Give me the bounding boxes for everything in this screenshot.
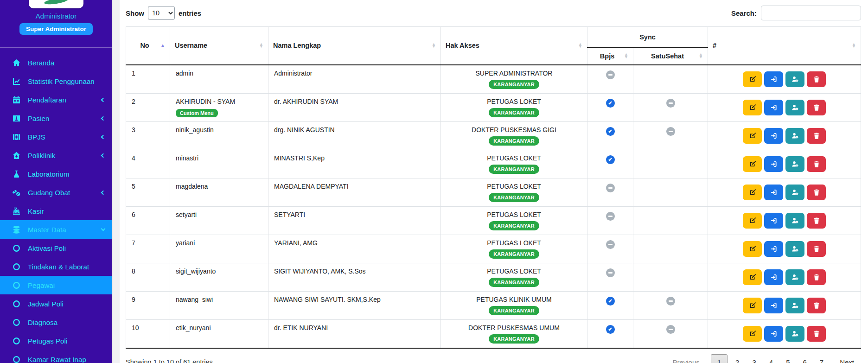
sidebar-item-pasien[interactable]: Pasien [0,109,112,127]
pagination-page-7[interactable]: 7 [813,354,830,363]
sidebar-item-bpjs[interactable]: BPJS [0,127,112,146]
pagination-page-6[interactable]: 6 [796,354,813,363]
trash-icon [813,189,820,196]
cell-hak-akses: PETUGAS LOKETKARANGANYAR [441,150,587,178]
user-access-button[interactable] [785,326,804,342]
bpjs-icon [12,133,21,141]
sidebar-profile: Administrator Super Administrator [0,0,112,48]
pagination-page-4[interactable]: 4 [763,354,779,363]
user-access-button[interactable] [785,71,804,87]
table-row: 4minastriMINASTRI S,KepPETUGAS LOKETKARA… [126,150,861,178]
sidebar-item-laboratorium[interactable]: Laboratorium [0,165,112,183]
login-as-button[interactable] [764,128,783,144]
col-header-satusehat[interactable]: SatuSehat▲▼ [633,48,708,65]
login-as-button[interactable] [764,326,783,342]
pagination-page-3[interactable]: 3 [746,354,762,363]
delete-button[interactable] [807,185,826,200]
sidebar-item-label: Kasir [28,207,44,215]
pills-icon [12,188,21,197]
delete-button[interactable] [807,241,826,257]
page-scrollbar[interactable] [112,0,120,363]
col-header-username[interactable]: Username▲▼ [170,27,268,65]
pagination-page-2[interactable]: 2 [729,354,746,363]
sidebar-item-beranda[interactable]: Beranda [0,53,112,72]
user-access-button[interactable] [785,185,804,200]
sidebar-item-gudang-obat[interactable]: Gudang Obat [0,183,112,202]
col-header-actions[interactable]: #▲▼ [708,27,861,65]
login-as-button[interactable] [764,241,783,257]
username-text: minastri [176,154,262,162]
delete-button[interactable] [807,71,826,87]
delete-button[interactable] [807,156,826,172]
login-as-button[interactable] [764,269,783,285]
sidebar-item-statistik-penggunaan[interactable]: Statistik Penggunaan [0,72,112,90]
pagination-page-5[interactable]: 5 [779,354,796,363]
user-access-button[interactable] [785,241,804,257]
chart-icon [12,77,21,86]
login-as-button[interactable] [764,71,783,87]
edit-button[interactable] [743,213,762,229]
sidebar-item-label: Kamar Rawat Inap [28,356,86,363]
user-access-button[interactable] [785,128,804,144]
delete-button[interactable] [807,128,826,144]
circle-icon [12,355,21,363]
delete-button[interactable] [807,213,826,229]
login-as-button[interactable] [764,213,783,229]
edit-button[interactable] [743,269,762,285]
col-header-nama-lengkap[interactable]: Nama Lengkap▲▼ [268,27,441,65]
cell-actions [708,263,861,291]
trash-icon [813,160,820,168]
search-input[interactable] [761,6,861,20]
sidebar-item-pendaftaran[interactable]: Pendaftaran [0,90,112,109]
sidebar-item-aktivasi-poli[interactable]: Aktivasi Poli [0,239,112,257]
sidebar-item-kasir[interactable]: Kasir [0,202,112,220]
sidebar-item-pegawai[interactable]: Pegawai [0,276,112,294]
user-access-button[interactable] [785,156,804,172]
pagination-previous[interactable]: Previous [666,354,709,363]
sidebar-item-label: Petugas Poli [28,337,67,345]
sidebar-item-tindakan-laborat[interactable]: Tindakan & Laborat [0,257,112,276]
sidebar-item-master-data[interactable]: Master Data [0,220,112,239]
edit-button[interactable] [743,241,762,257]
cash-register-icon [12,207,21,216]
user-access-button[interactable] [785,100,804,115]
cell-sync-satusehat [633,291,708,319]
sidebar-item-diagnosa[interactable]: Diagnosa [0,313,112,331]
id-card-icon [12,114,21,123]
edit-button[interactable] [743,71,762,87]
user-access-button[interactable] [785,298,804,313]
sidebar-item-petugas-poli[interactable]: Petugas Poli [0,331,112,350]
pagination-next[interactable]: Next [830,354,861,363]
delete-button[interactable] [807,326,826,342]
delete-button[interactable] [807,100,826,115]
sidebar-item-label: Poliklinik [28,152,55,159]
sort-asc-icon: ▲ [160,43,165,48]
edit-button[interactable] [743,100,762,115]
login-as-button[interactable] [764,185,783,200]
page-length-select[interactable]: 10 [148,6,175,20]
sidebar-item-label: Gudang Obat [28,189,70,197]
delete-button[interactable] [807,298,826,313]
hak-akses-text: PETUGAS LOKET [447,239,581,247]
pagination-page-1[interactable]: 1 [711,354,728,363]
col-header-hak-akses[interactable]: Hak Akses▲▼ [441,27,587,65]
edit-button[interactable] [743,156,762,172]
delete-button[interactable] [807,269,826,285]
col-header-bpjs[interactable]: Bpjs▲▼ [587,48,633,65]
login-as-button[interactable] [764,100,783,115]
login-as-button[interactable] [764,298,783,313]
edit-button[interactable] [743,185,762,200]
login-as-button[interactable] [764,156,783,172]
edit-button[interactable] [743,298,762,313]
sidebar-item-kamar-rawat-inap[interactable]: Kamar Rawat Inap [0,350,112,363]
sign-in-icon [770,274,778,281]
sidebar-item-label: Pasien [28,115,49,122]
user-access-button[interactable] [785,213,804,229]
user-access-button[interactable] [785,269,804,285]
circle-icon [12,299,21,308]
sidebar-item-jadwal-poli[interactable]: Jadwal Poli [0,294,112,313]
sidebar-item-poliklinik[interactable]: Poliklinik [0,146,112,165]
col-header-no[interactable]: No▲ [126,27,170,65]
edit-button[interactable] [743,326,762,342]
edit-button[interactable] [743,128,762,144]
